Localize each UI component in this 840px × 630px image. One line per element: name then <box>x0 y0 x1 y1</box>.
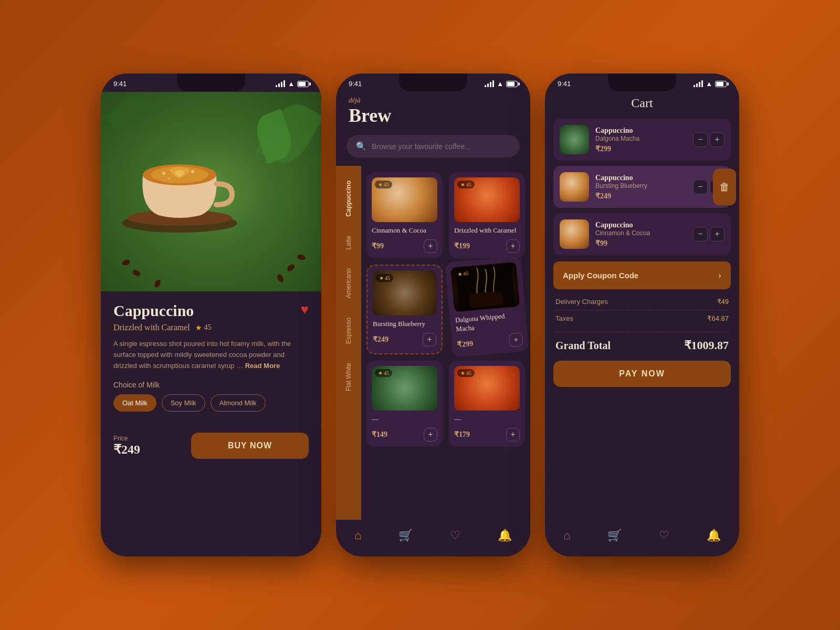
milk-oat-btn[interactable]: Oat Milk <box>113 394 156 412</box>
signal-bars <box>276 80 285 87</box>
coffee-grid-area: ★ 45 Cinnamon & Cocoa ₹99 + <box>361 166 530 533</box>
notch <box>399 74 467 91</box>
milk-almond-btn[interactable]: Almond Milk <box>211 394 266 412</box>
price-block: Price ₹249 <box>113 435 140 457</box>
card-footer: ₹249 + <box>373 333 436 346</box>
card-rating: ★ 45 <box>457 369 475 377</box>
card-image: ★ 45 <box>454 177 520 222</box>
add-to-cart-btn[interactable]: + <box>424 239 437 253</box>
logo-small: déjà <box>349 96 518 104</box>
pay-now-button[interactable]: PAY NOW <box>553 361 731 387</box>
hero-image <box>101 92 321 291</box>
qty-controls: − + <box>693 227 724 242</box>
nav-cart[interactable]: 🛒 <box>607 529 622 542</box>
qty-decrease-btn[interactable]: − <box>693 227 708 242</box>
coffee-card-item5: ★ 45 — ₹149 + <box>366 361 443 447</box>
drink-subtitle: Drizzled with Caramel <box>113 323 190 332</box>
cart-item-price: ₹99 <box>595 239 687 248</box>
cart-item-subtitle: Bursting Blueberry <box>595 182 687 190</box>
cart-item: Cappuccino Dalgona Macha ₹299 − + <box>553 119 731 161</box>
card-image: ★ 45 <box>372 177 437 222</box>
coffee-card-blueberry: ★ 45 Bursting Blueberry ₹249 + <box>366 265 443 354</box>
star-icon: ★ <box>457 271 463 277</box>
rating-value: 45 <box>204 323 212 332</box>
buy-section: Price ₹249 BUY NOW <box>101 433 321 471</box>
tab-flatwhite[interactable]: Flat White <box>341 353 356 401</box>
right-phone: 9:41 ▲ Cart Cappuccino Dalgona Macha ₹29… <box>545 74 739 556</box>
add-to-cart-btn[interactable]: + <box>506 239 520 253</box>
card-price: ₹149 <box>372 430 387 439</box>
star-icon: ★ <box>378 370 383 376</box>
qty-decrease-btn[interactable]: − <box>693 132 708 147</box>
qty-increase-btn[interactable]: + <box>710 132 724 147</box>
nav-home[interactable]: ⌂ <box>354 529 361 542</box>
milk-options-section: Choice of Milk Oat Milk Soy Milk Almond … <box>113 381 309 412</box>
milk-options-list: Oat Milk Soy Milk Almond Milk <box>113 394 309 412</box>
card-rating: ★ 45 <box>376 274 393 282</box>
qty-controls: − + <box>693 132 724 147</box>
time: 9:41 <box>558 80 571 88</box>
card-rating: ★ 45 <box>375 369 392 377</box>
price-label: Price <box>113 435 140 442</box>
divider <box>555 310 729 310</box>
svg-rect-8 <box>469 291 503 308</box>
add-to-cart-btn[interactable]: + <box>506 428 520 442</box>
delivery-value: ₹49 <box>717 298 729 306</box>
read-more-link[interactable]: Read More <box>245 362 280 370</box>
chevron-right-icon: › <box>718 270 721 281</box>
status-icons: ▲ <box>276 80 309 88</box>
search-bar[interactable]: 🔍 <box>346 135 520 158</box>
qty-increase-btn[interactable]: + <box>710 227 724 242</box>
coupon-btn[interactable]: Apply Coupon Code › <box>553 261 731 289</box>
milk-soy-btn[interactable]: Soy Milk <box>162 394 205 412</box>
category-tabs: Cappuccino Latte Americano Espresso Flat… <box>336 166 361 533</box>
qty-decrease-btn[interactable]: − <box>693 180 708 194</box>
grand-divider <box>555 332 729 332</box>
nav-home[interactable]: ⌂ <box>563 529 570 542</box>
tab-cappuccino[interactable]: Cappuccino <box>341 171 356 226</box>
nav-notifications[interactable]: 🔔 <box>707 529 721 542</box>
nav-favorites[interactable]: ♡ <box>450 529 460 542</box>
star-icon: ★ <box>460 370 465 376</box>
cart-item-name: Cappuccino <box>595 221 687 229</box>
nav-notifications[interactable]: 🔔 <box>498 529 512 542</box>
coupon-label: Apply Coupon Code <box>563 271 638 280</box>
cart-item-name: Cappuccino <box>595 127 687 135</box>
search-icon: 🔍 <box>356 141 366 151</box>
card-rating: ★ 45 <box>454 269 472 278</box>
app-header: déjà Brew <box>336 92 530 135</box>
search-input[interactable] <box>372 142 510 151</box>
nav-cart[interactable]: 🛒 <box>398 529 413 542</box>
bottom-nav: ⌂ 🛒 ♡ 🔔 <box>336 520 530 556</box>
notch <box>608 74 676 91</box>
add-to-cart-btn[interactable]: + <box>509 332 523 347</box>
delete-item-btn[interactable]: 🗑 <box>713 169 736 205</box>
card-footer: ₹299 + <box>457 332 523 352</box>
grand-total-label: Grand Total <box>555 340 611 352</box>
card-name: Drizzled with Caramel <box>454 226 520 235</box>
leaves-bg <box>101 92 321 291</box>
card-price: ₹299 <box>457 339 473 350</box>
drink-title: Cappuccino <box>113 302 194 320</box>
coffee-card-caramel: ★ 45 Drizzled with Caramel ₹199 + <box>449 172 525 258</box>
card-rating: ★ 45 <box>457 181 475 188</box>
nav-favorites[interactable]: ♡ <box>659 529 669 542</box>
bottom-nav: ⌂ 🛒 ♡ 🔔 <box>545 520 739 556</box>
star-icon: ★ <box>379 275 384 281</box>
description-text: A single espresso shot poured into hot f… <box>113 339 309 371</box>
taxes-row: Taxes ₹64.87 <box>555 314 729 322</box>
add-to-cart-btn[interactable]: + <box>423 333 436 346</box>
tab-espresso[interactable]: Espresso <box>341 308 356 353</box>
tab-americano[interactable]: Americano <box>341 259 356 308</box>
buy-now-button[interactable]: BUY NOW <box>191 433 309 459</box>
status-icons: ▲ <box>694 80 727 88</box>
middle-phone-wrapper: 9:41 ▲ déjà Brew 🔍 Cappucc <box>336 74 530 556</box>
cart-items-list: Cappuccino Dalgona Macha ₹299 − + Cappuc… <box>545 119 739 255</box>
coffee-card-item6: ★ 45 — ₹179 + <box>449 361 525 447</box>
charges-section: Delivery Charges ₹49 Taxes ₹64.87 <box>545 296 739 332</box>
add-to-cart-btn[interactable]: + <box>424 428 437 442</box>
milk-label: Choice of Milk <box>113 381 309 389</box>
coffee-grid: ★ 45 Cinnamon & Cocoa ₹99 + <box>366 172 525 447</box>
tab-latte[interactable]: Latte <box>341 226 356 259</box>
favorite-icon[interactable]: ♥ <box>301 302 309 318</box>
